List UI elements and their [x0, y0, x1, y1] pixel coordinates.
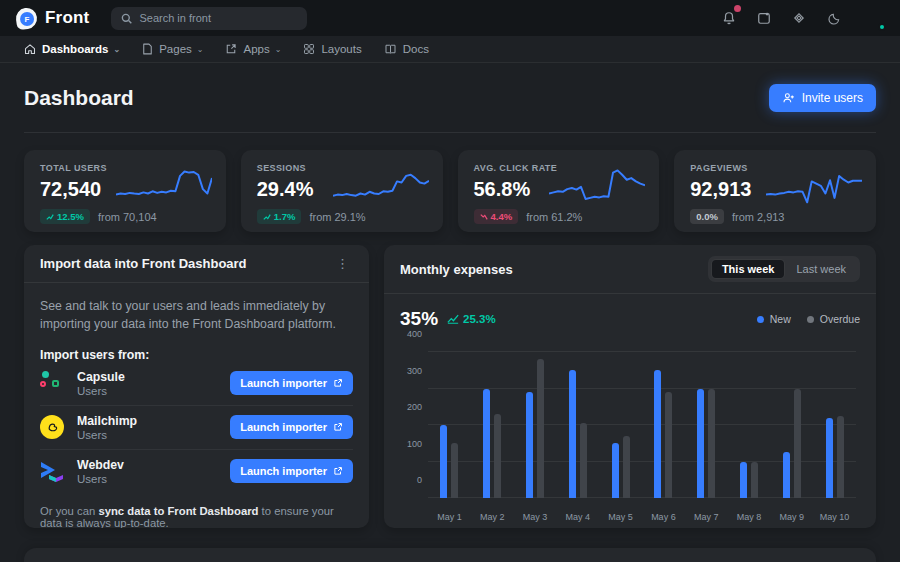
monthly-expenses-card: Monthly expenses This week Last week 35%…	[384, 245, 876, 528]
chevron-down-icon: ⌄	[275, 45, 282, 54]
week-toggle: This week Last week	[708, 256, 860, 282]
bar-overdue[interactable]	[494, 414, 501, 498]
bar-new[interactable]	[612, 443, 619, 498]
launch-importer-button-webdev[interactable]: Launch importer	[230, 459, 353, 483]
x-axis-tick: May 6	[642, 512, 685, 522]
stat-card-pageviews[interactable]: Pageviews 92,913 0.0% from 2,913	[674, 150, 876, 232]
trend-badge: 4.4%	[474, 209, 519, 224]
search-input[interactable]	[139, 12, 297, 24]
bar-overdue[interactable]	[451, 443, 458, 498]
import-name: Mailchimp	[77, 414, 137, 428]
monthly-expenses-bar-chart[interactable]: 0100200300400 May 1May 2May 3May 4May 5M…	[400, 344, 860, 522]
online-status-dot	[878, 23, 886, 31]
bar-group-may-5[interactable]	[612, 352, 630, 498]
toggle-last-week[interactable]: Last week	[785, 259, 857, 279]
y-axis-tick: 300	[400, 366, 422, 376]
trend-up-icon	[46, 213, 54, 221]
bar-group-may-3[interactable]	[526, 352, 544, 498]
launch-importer-button-capsule[interactable]: Launch importer	[230, 371, 353, 395]
x-axis-tick: May 1	[428, 512, 471, 522]
bar-new[interactable]	[483, 389, 490, 499]
bar-group-may-2[interactable]	[483, 352, 501, 498]
chart-legend: New Overdue	[757, 313, 860, 325]
y-axis-tick: 200	[400, 402, 422, 412]
search-icon	[121, 13, 132, 24]
import-row-capsule: Capsule Users Launch importer	[40, 362, 353, 406]
next-section-card-partial	[24, 548, 876, 562]
page-header: Dashboard Invite users	[0, 63, 900, 132]
sparkline-chart	[116, 166, 212, 212]
stat-card-total-users[interactable]: Total users 72,540 12.5% from 70,104	[24, 150, 226, 232]
y-axis-tick: 0	[400, 475, 422, 485]
x-axis-tick: May 9	[770, 512, 813, 522]
trend-badge: 1.7%	[257, 209, 302, 224]
invite-users-button[interactable]: Invite users	[769, 84, 876, 112]
layers-icon[interactable]	[790, 9, 808, 27]
bar-overdue[interactable]	[665, 392, 672, 498]
trend-up-icon	[263, 213, 271, 221]
expenses-value: 35%	[400, 308, 438, 330]
user-avatar[interactable]	[860, 6, 884, 30]
bar-overdue[interactable]	[751, 462, 758, 499]
legend-dot-new	[757, 316, 764, 323]
bar-new[interactable]	[569, 370, 576, 498]
toggle-this-week[interactable]: This week	[711, 259, 786, 279]
trend-badge: 12.5%	[40, 209, 90, 224]
bar-group-may-6[interactable]	[654, 352, 672, 498]
launch-importer-button-mailchimp[interactable]: Launch importer	[230, 415, 353, 439]
bar-new[interactable]	[526, 392, 533, 498]
bar-overdue[interactable]	[580, 423, 587, 498]
bar-overdue[interactable]	[794, 389, 801, 499]
search-box[interactable]	[111, 7, 307, 30]
nav-item-apps[interactable]: Apps ⌄	[225, 43, 281, 55]
legend-item-overdue[interactable]: Overdue	[807, 313, 860, 325]
grid-icon	[303, 43, 315, 55]
import-type: Users	[77, 385, 125, 397]
external-link-icon	[333, 422, 343, 432]
y-axis-tick: 100	[400, 439, 422, 449]
launch-icon	[225, 43, 237, 55]
dark-mode-moon-icon[interactable]	[825, 9, 843, 27]
bar-group-may-1[interactable]	[440, 352, 458, 498]
topbar-actions	[720, 6, 884, 30]
import-row-mailchimp: Mailchimp Users Launch importer	[40, 406, 353, 450]
top-navbar: F Front	[0, 0, 900, 36]
trend-down-icon	[480, 213, 488, 221]
stat-card-avg-click-rate[interactable]: Avg. click rate 56.8% 4.4% from 61.2%	[458, 150, 660, 232]
bar-group-may-8[interactable]	[740, 352, 758, 498]
bar-new[interactable]	[783, 452, 790, 498]
legend-item-new[interactable]: New	[757, 313, 791, 325]
bar-overdue[interactable]	[623, 436, 630, 498]
nav-item-docs[interactable]: Docs	[384, 43, 429, 55]
bar-overdue[interactable]	[837, 416, 844, 498]
bar-overdue[interactable]	[708, 389, 715, 499]
nav-item-dashboards[interactable]: Dashboards ⌄	[24, 43, 120, 55]
bar-overdue[interactable]	[537, 359, 544, 498]
bar-group-may-9[interactable]	[783, 352, 801, 498]
more-options-icon[interactable]: ⋮	[333, 256, 353, 271]
bar-group-may-4[interactable]	[569, 352, 587, 498]
nav-item-layouts[interactable]: Layouts	[303, 43, 361, 55]
sparkline-chart	[333, 166, 429, 212]
nav-item-pages[interactable]: Pages ⌄	[142, 43, 203, 55]
page-title: Dashboard	[24, 86, 134, 110]
bar-new[interactable]	[826, 418, 833, 498]
bar-new[interactable]	[440, 425, 447, 498]
import-name: Capsule	[77, 370, 125, 384]
notification-dot	[734, 5, 741, 12]
stat-card-sessions[interactable]: Sessions 29.4% 1.7% from 29.1%	[241, 150, 443, 232]
bar-new[interactable]	[654, 370, 661, 498]
brand-logo[interactable]: F Front	[16, 8, 89, 29]
bar-new[interactable]	[740, 462, 747, 499]
x-axis-tick: May 5	[599, 512, 642, 522]
file-icon	[142, 43, 153, 55]
bar-group-may-10[interactable]	[826, 352, 844, 498]
expenses-card-title: Monthly expenses	[400, 262, 513, 277]
sync-data-link[interactable]: sync data to Front Dashboard	[98, 505, 258, 517]
stat-from: from 29.1%	[309, 211, 365, 223]
app-window-icon[interactable]	[755, 9, 773, 27]
x-axis-tick: May 4	[556, 512, 599, 522]
bar-group-may-7[interactable]	[697, 352, 715, 498]
notifications-bell-icon[interactable]	[720, 9, 738, 27]
bar-new[interactable]	[697, 389, 704, 499]
